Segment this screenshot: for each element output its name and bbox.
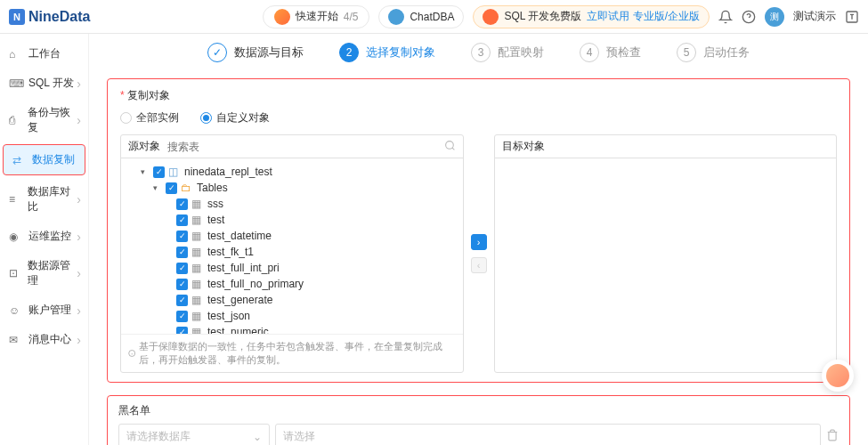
sidebar-item-label: 数据源管理 <box>28 258 79 288</box>
language-icon[interactable] <box>845 10 859 24</box>
source-header: 源对象 <box>121 135 463 158</box>
sidebar-icon: ⌂ <box>9 48 21 61</box>
tree-row[interactable]: ▾ ✓ 🗀 Tables <box>128 180 456 196</box>
transfer-right-button[interactable]: › <box>471 234 487 250</box>
sidebar-item-5[interactable]: ◉运维监控 <box>0 222 88 251</box>
sidebar-icon: ◉ <box>9 231 21 243</box>
tree-row[interactable]: ✓ ▦ test_datetime <box>128 228 456 244</box>
tree-label: test_datetime <box>207 230 272 242</box>
tree-label: sss <box>207 198 223 210</box>
tree-label: test_numeric <box>207 326 269 334</box>
svg-line-3 <box>452 148 454 150</box>
tree-row[interactable]: ✓ ▦ test <box>128 212 456 228</box>
checkbox[interactable]: ✓ <box>176 198 188 210</box>
radio-custom-objects[interactable]: 自定义对象 <box>200 110 270 125</box>
float-help-button[interactable] <box>822 360 854 392</box>
quick-start-button[interactable]: 快速开始 4/5 <box>263 5 370 28</box>
sidebar-icon: ⇄ <box>12 154 25 166</box>
table-icon: ▦ <box>191 214 204 226</box>
transfer-left-button[interactable]: ‹ <box>471 257 487 273</box>
sql-version-badge[interactable]: SQL 开发免费版 立即试用 专业版/企业版 <box>473 5 710 28</box>
step-3[interactable]: 3配置映射 <box>471 43 544 62</box>
sidebar-item-8[interactable]: ✉消息中心 <box>0 325 88 354</box>
sql-badge-label: SQL 开发免费版 <box>504 9 581 24</box>
checkbox[interactable]: ✓ <box>176 311 188 322</box>
sidebar: ⌂工作台⌨SQL 开发⎙备份与恢复⇄数据复制≡数据库对比◉运维监控⊡数据源管理☺… <box>0 34 89 445</box>
tree-row[interactable]: ✓ ▦ test_fk_t1 <box>128 244 456 260</box>
steps-bar: ✓数据源与目标2选择复制对象3配置映射4预检查5启动任务 <box>107 43 850 62</box>
step-2[interactable]: 2选择复制对象 <box>339 43 435 62</box>
checkbox[interactable]: ✓ <box>153 166 165 178</box>
tree-row[interactable]: ✓ ▦ sss <box>128 196 456 212</box>
trial-link[interactable]: 立即试用 专业版/企业版 <box>587 9 700 24</box>
content: ✓数据源与目标2选择复制对象3配置映射4预检查5启动任务 复制对象 全部实例 自… <box>89 34 868 445</box>
sidebar-item-0[interactable]: ⌂工作台 <box>0 39 88 69</box>
step-num: 5 <box>677 43 696 62</box>
blacklist-row: 请选择数据库 ⌄ 请选择 <box>118 424 839 445</box>
sql-badge-icon <box>483 9 499 25</box>
tree-row[interactable]: ✓ ▦ test_full_no_primary <box>128 276 456 292</box>
sidebar-icon: ⌨ <box>9 77 21 90</box>
table-icon: ▦ <box>191 278 204 290</box>
tree-row[interactable]: ▾ ✓ ◫ ninedata_repl_test <box>128 164 456 180</box>
blacklist-section: 黑名单 请选择数据库 ⌄ 请选择 + 添加 <box>107 395 850 445</box>
sidebar-item-label: 工作台 <box>28 46 61 61</box>
select-database[interactable]: 请选择数据库 ⌄ <box>118 424 270 445</box>
user-name[interactable]: 测试演示 <box>793 9 836 24</box>
step-label: 启动任务 <box>703 44 750 61</box>
search-icon[interactable] <box>444 140 456 154</box>
step-✓[interactable]: ✓数据源与目标 <box>207 43 304 62</box>
sidebar-item-label: 账户管理 <box>28 303 71 318</box>
step-5[interactable]: 5启动任务 <box>677 43 750 62</box>
checkbox[interactable]: ✓ <box>176 327 188 335</box>
sidebar-item-2[interactable]: ⎙备份与恢复 <box>0 98 88 142</box>
search-input[interactable] <box>167 141 437 153</box>
tree-label: ninedata_repl_test <box>184 166 272 178</box>
blacklist-title: 黑名单 <box>118 403 839 418</box>
tree-label: test_json <box>207 310 250 322</box>
tree-footer-note: 基于保障数据的一致性，任务中若包含触发器、事件，在全量复制完成后，再开始触发器、… <box>121 334 463 372</box>
target-label: 目标对象 <box>502 139 545 154</box>
sidebar-item-3[interactable]: ⇄数据复制 <box>3 144 85 175</box>
source-label: 源对象 <box>128 139 160 154</box>
sidebar-item-label: 数据库对比 <box>28 184 79 214</box>
table-icon: ▦ <box>191 246 204 258</box>
checkbox[interactable]: ✓ <box>176 231 188 242</box>
checkbox[interactable]: ✓ <box>176 295 188 306</box>
info-icon <box>128 348 135 359</box>
tree-row[interactable]: ✓ ▦ test_json <box>128 308 456 324</box>
checkbox[interactable]: ✓ <box>176 214 188 226</box>
checkbox[interactable]: ✓ <box>176 263 188 274</box>
tree-row[interactable]: ✓ ▦ test_generate <box>128 292 456 308</box>
checkbox[interactable]: ✓ <box>166 182 177 194</box>
bell-icon[interactable] <box>718 10 733 24</box>
help-avatar-icon <box>826 364 849 387</box>
sidebar-item-label: SQL 开发 <box>28 76 74 91</box>
caret-icon[interactable]: ▾ <box>153 183 162 192</box>
sidebar-item-label: 运维监控 <box>28 229 71 244</box>
caret-icon[interactable]: ▾ <box>141 167 150 176</box>
logo[interactable]: N NineData <box>9 9 90 25</box>
chatdba-button[interactable]: ChatDBA <box>378 5 464 28</box>
checkbox[interactable]: ✓ <box>176 247 188 258</box>
step-num: ✓ <box>207 43 227 62</box>
tree-row[interactable]: ✓ ▦ test_numeric <box>128 324 456 334</box>
select-object[interactable]: 请选择 <box>275 424 821 445</box>
sidebar-item-6[interactable]: ⊡数据源管理 <box>0 251 88 295</box>
delete-icon[interactable] <box>826 429 839 444</box>
tree-label: test <box>207 214 224 226</box>
logo-icon: N <box>9 9 25 25</box>
radio-all-instances[interactable]: 全部实例 <box>120 110 179 125</box>
chatdba-label: ChatDBA <box>410 11 454 23</box>
table-icon: ▦ <box>191 230 204 242</box>
checkbox[interactable]: ✓ <box>176 279 188 290</box>
quick-start-progress: 4/5 <box>344 11 359 23</box>
tree-row[interactable]: ✓ ▦ test_full_int_pri <box>128 260 456 276</box>
sidebar-item-7[interactable]: ☺账户管理 <box>0 295 88 325</box>
help-icon[interactable] <box>742 10 756 24</box>
step-4[interactable]: 4预检查 <box>580 43 641 62</box>
avatar[interactable]: 测 <box>765 7 784 27</box>
sidebar-item-1[interactable]: ⌨SQL 开发 <box>0 69 88 98</box>
sidebar-item-4[interactable]: ≡数据库对比 <box>0 177 88 222</box>
logo-text: NineData <box>28 9 90 25</box>
